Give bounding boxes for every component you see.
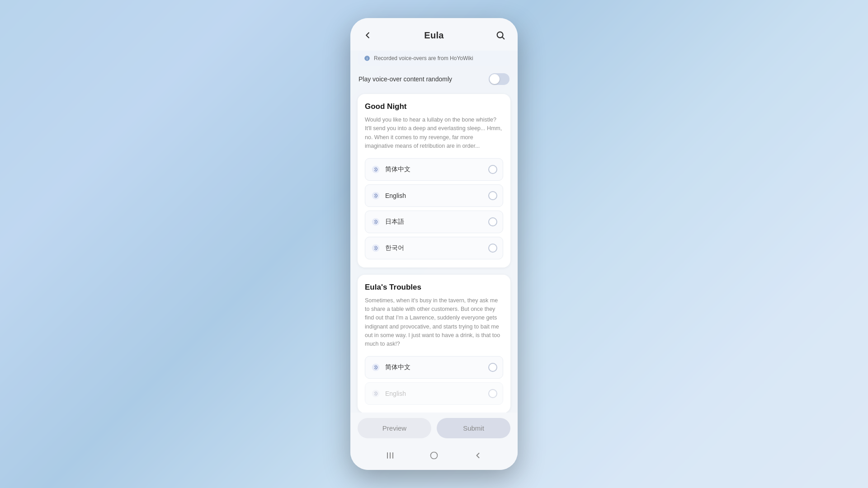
- search-button[interactable]: [492, 27, 509, 43]
- section-desc-eulas-troubles: Sometimes, when it's busy in the tavern,…: [365, 296, 503, 349]
- toggle-knob: [490, 74, 500, 84]
- svg-point-14: [430, 452, 437, 459]
- sound-icon-zh2: [371, 362, 381, 372]
- section-desc-good-night: Would you like to hear a lullaby on the …: [365, 116, 503, 151]
- menu-icon[interactable]: [385, 450, 396, 461]
- lang-option-zh[interactable]: 简体中文: [365, 158, 503, 181]
- lang-option-ko[interactable]: 한국어: [365, 237, 503, 259]
- sound-icon-ko: [371, 243, 381, 253]
- android-back-icon[interactable]: [472, 450, 483, 461]
- section-good-night: Good Night Would you like to hear a lull…: [358, 94, 510, 267]
- lang-name-zh: 简体中文: [385, 165, 410, 174]
- lang-name-zh2: 简体中文: [385, 363, 410, 371]
- scroll-content: Recorded voice-overs are from HoYoWiki P…: [350, 51, 518, 413]
- svg-rect-13: [392, 452, 393, 459]
- lang-option-ja[interactable]: 日本語: [365, 211, 503, 233]
- info-icon: [364, 55, 370, 61]
- radio-en[interactable]: [488, 191, 497, 200]
- section-title-good-night: Good Night: [365, 102, 503, 111]
- preview-button[interactable]: Preview: [358, 418, 431, 438]
- info-bar-text: Recorded voice-overs are from HoYoWiki: [374, 55, 473, 61]
- info-bar: Recorded voice-overs are from HoYoWiki: [358, 51, 510, 66]
- radio-ko[interactable]: [488, 244, 497, 253]
- page-title: Eula: [424, 30, 443, 41]
- lang-option-en[interactable]: English: [365, 184, 503, 207]
- radio-ja[interactable]: [488, 217, 497, 226]
- lang-name-ko: 한국어: [385, 244, 404, 252]
- toggle-row: Play voice-over content randomly: [358, 73, 510, 85]
- sound-icon-en2: [371, 389, 381, 399]
- toggle-label: Play voice-over content randomly: [359, 75, 452, 83]
- lang-option-zh2[interactable]: 简体中文: [365, 356, 503, 379]
- section-eulas-troubles: Eula's Troubles Sometimes, when it's bus…: [358, 275, 510, 413]
- section-title-eulas-troubles: Eula's Troubles: [365, 283, 503, 292]
- sound-icon-en: [371, 191, 381, 201]
- lang-option-en2[interactable]: English: [365, 382, 503, 405]
- submit-button[interactable]: Submit: [437, 418, 510, 438]
- sound-icon-ja: [371, 217, 381, 227]
- home-icon[interactable]: [429, 450, 439, 461]
- voiceover-toggle[interactable]: [489, 73, 509, 85]
- svg-line-1: [502, 37, 504, 39]
- lang-name-en2: English: [385, 390, 406, 397]
- bottom-bar: Preview Submit: [350, 413, 518, 446]
- radio-zh[interactable]: [488, 165, 497, 174]
- radio-en2[interactable]: [488, 389, 497, 398]
- svg-rect-11: [387, 452, 388, 459]
- back-button[interactable]: [359, 27, 376, 43]
- lang-name-en: English: [385, 192, 406, 199]
- header: Eula: [350, 18, 518, 51]
- sound-icon-zh: [371, 164, 381, 174]
- lang-name-ja: 日本語: [385, 218, 404, 226]
- android-nav-bar: [350, 446, 518, 470]
- svg-rect-12: [390, 452, 391, 459]
- radio-zh2[interactable]: [488, 363, 497, 372]
- phone-container: Eula Recorded voice-overs are from HoYoW…: [350, 18, 518, 470]
